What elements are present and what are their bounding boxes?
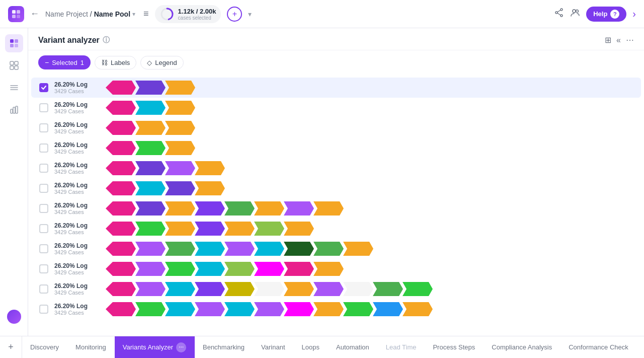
row-checkbox[interactable] xyxy=(39,264,48,273)
add-cases-button[interactable]: + xyxy=(227,7,242,22)
table-row[interactable]: 26.20% Log3429 Cases xyxy=(31,118,641,138)
table-row[interactable]: 26.20% Log3429 Cases xyxy=(31,158,641,178)
tab-lead-time[interactable]: Lead Time xyxy=(378,336,425,358)
table-row[interactable]: 26.20% Log3429 Cases xyxy=(31,219,641,239)
sequence-step xyxy=(165,282,195,296)
add-tab-button[interactable]: + xyxy=(0,336,22,358)
row-checkbox[interactable] xyxy=(39,284,48,294)
sidebar-item-dashboard[interactable] xyxy=(5,34,23,52)
row-checkbox[interactable] xyxy=(39,244,48,253)
table-row[interactable]: 26.20% Log3429 Cases xyxy=(31,279,641,299)
sequence-step xyxy=(195,222,225,236)
table-row[interactable]: 26.20% Log3429 Cases xyxy=(31,98,641,118)
sequence-step xyxy=(224,222,255,236)
row-checkbox[interactable] xyxy=(39,164,48,173)
svg-rect-3 xyxy=(17,15,20,18)
sequence-step xyxy=(373,282,403,296)
selected-chip[interactable]: − Selected 1 xyxy=(38,55,91,69)
sequence-step xyxy=(284,222,314,236)
sequence-step xyxy=(135,121,166,135)
sequence-step xyxy=(254,222,284,236)
sequence-step xyxy=(343,302,373,316)
tab-process-steps[interactable]: Process Steps xyxy=(425,336,484,358)
sequence-step xyxy=(165,81,195,95)
table-row[interactable]: 26.20% Log3429 Cases xyxy=(31,239,641,259)
main-layout: Variant analyzer ⓘ ⊞ « ⋯ − Selected 1 ⛓ … xyxy=(0,28,644,336)
breadcrumb-chevron: ▾ xyxy=(132,11,135,18)
tab-conformance-check[interactable]: Conformance Check xyxy=(560,336,637,358)
sequence-step xyxy=(165,302,195,316)
va-expand-button[interactable]: ⊞ xyxy=(605,35,611,45)
sequence-step xyxy=(106,181,136,195)
table-row[interactable]: 26.20% Log3429 Cases xyxy=(31,138,641,158)
help-button[interactable]: Help ? xyxy=(586,7,626,22)
labels-icon: ⛓ xyxy=(101,59,108,66)
topbar-menu-button[interactable]: ≡ xyxy=(143,9,149,19)
tab-benchmarking[interactable]: Benchmarking xyxy=(195,336,253,358)
sidebar-item-list[interactable] xyxy=(5,79,23,97)
tab-more-icon[interactable]: ⋯ xyxy=(176,342,186,352)
sequence-step xyxy=(165,201,195,216)
sequence-step xyxy=(135,101,166,115)
tab-variants-analyzer[interactable]: Variants Analyzer⋯ xyxy=(115,336,195,358)
table-row[interactable]: 26.20% Log3429 Cases xyxy=(31,178,641,198)
row-pct: 26.20% Log xyxy=(54,242,100,249)
table-row[interactable]: 26.20% Log3429 Cases xyxy=(31,259,641,279)
sequence-step xyxy=(165,242,195,256)
tab-automation[interactable]: Automation xyxy=(328,336,378,358)
share-button[interactable] xyxy=(554,8,564,20)
svg-rect-20 xyxy=(15,66,18,69)
row-checkbox[interactable] xyxy=(39,144,48,153)
team-button[interactable] xyxy=(570,8,580,20)
legend-label: Legend xyxy=(155,59,177,66)
sidebar-item-chart[interactable] xyxy=(5,101,23,119)
user-avatar[interactable] xyxy=(7,310,21,324)
sequence-step xyxy=(224,302,255,316)
svg-rect-1 xyxy=(17,10,20,14)
row-checkbox[interactable] xyxy=(39,184,48,193)
sidebar-item-grid[interactable] xyxy=(5,56,23,75)
row-checkbox[interactable] xyxy=(39,305,48,314)
expand-button[interactable]: › xyxy=(632,8,636,20)
bottom-tabs: + DiscoveryMonitoringVariants Analyzer⋯B… xyxy=(0,336,644,358)
va-more-button[interactable]: ⋯ xyxy=(626,35,634,45)
sequence-step xyxy=(165,141,195,155)
sequence-step xyxy=(254,282,284,296)
svg-point-11 xyxy=(573,10,576,13)
va-collapse-button[interactable]: « xyxy=(616,36,621,45)
sidebar xyxy=(0,28,28,336)
row-sequence xyxy=(106,121,633,135)
row-cases: 3429 Cases xyxy=(54,169,100,175)
sequence-step xyxy=(403,302,433,316)
tab-compliance-analysis[interactable]: Compliance Analysis xyxy=(484,336,560,358)
row-checkbox[interactable] xyxy=(39,224,48,233)
svg-line-10 xyxy=(557,13,560,15)
table-row[interactable]: 26.20% Log3429 Cases xyxy=(31,78,641,98)
row-checkbox[interactable] xyxy=(39,204,48,213)
sequence-step xyxy=(106,121,136,135)
va-info-icon[interactable]: ⓘ xyxy=(103,36,110,45)
sequence-step xyxy=(254,242,284,256)
table-row[interactable]: 26.20% Log3429 Cases xyxy=(31,198,641,219)
row-checkbox[interactable] xyxy=(39,123,48,132)
svg-point-6 xyxy=(560,9,562,11)
va-header-actions: ⊞ « ⋯ xyxy=(605,35,634,45)
tab-monitoring[interactable]: Monitoring xyxy=(67,336,115,358)
row-checkbox[interactable] xyxy=(39,83,48,92)
table-row[interactable]: 26.20% Log3429 Cases xyxy=(31,299,641,319)
tab-discovery[interactable]: Discovery xyxy=(22,336,67,358)
tab-loops[interactable]: Loops xyxy=(294,336,328,358)
sequence-step xyxy=(195,161,225,175)
legend-chip[interactable]: ◇ Legend xyxy=(140,56,183,69)
tab-varinant[interactable]: Varinant xyxy=(253,336,293,358)
row-checkbox[interactable] xyxy=(39,103,48,112)
back-button[interactable]: ← xyxy=(30,9,39,19)
labels-chip[interactable]: ⛓ Labels xyxy=(95,56,136,69)
row-pct: 26.20% Log xyxy=(54,262,100,269)
dropdown-chevron[interactable]: ▾ xyxy=(248,10,252,18)
sequence-step xyxy=(373,302,403,316)
sequence-step xyxy=(284,302,314,316)
svg-rect-0 xyxy=(12,10,16,14)
row-cases: 3429 Cases xyxy=(54,290,100,296)
sequence-step xyxy=(254,262,284,276)
